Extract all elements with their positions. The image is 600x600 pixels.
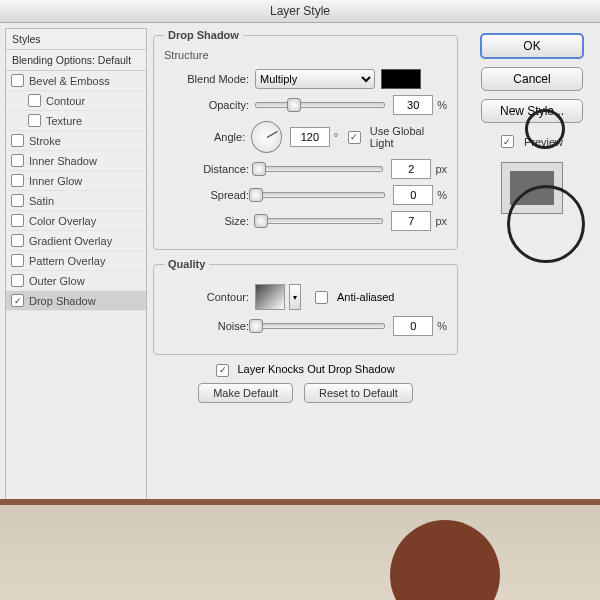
spread-input[interactable] <box>393 185 433 205</box>
opacity-unit: % <box>437 99 447 111</box>
sidebar-item-color-overlay[interactable]: Color Overlay <box>6 211 146 231</box>
sidebar-item-stroke[interactable]: Stroke <box>6 131 146 151</box>
angle-dial[interactable] <box>251 121 282 153</box>
structure-label: Structure <box>164 49 447 61</box>
sidebar-checkbox[interactable] <box>11 174 24 187</box>
spread-label: Spread: <box>164 189 255 201</box>
distance-slider[interactable] <box>255 166 383 172</box>
sidebar-item-label: Color Overlay <box>29 215 96 227</box>
angle-input[interactable] <box>290 127 330 147</box>
canvas-background <box>0 499 600 600</box>
sidebar-checkbox[interactable] <box>11 154 24 167</box>
size-input[interactable] <box>391 211 431 231</box>
window-title: Layer Style <box>0 0 600 23</box>
sidebar-item-texture[interactable]: Texture <box>6 111 146 131</box>
sidebar-item-satin[interactable]: Satin <box>6 191 146 211</box>
size-unit: px <box>435 215 447 227</box>
sidebar-checkbox[interactable] <box>28 114 41 127</box>
distance-input[interactable] <box>391 159 431 179</box>
blend-mode-label: Blend Mode: <box>164 73 255 85</box>
global-light-checkbox[interactable] <box>348 131 360 144</box>
sidebar-item-outer-glow[interactable]: Outer Glow <box>6 271 146 291</box>
sidebar-item-pattern-overlay[interactable]: Pattern Overlay <box>6 251 146 271</box>
new-style-button[interactable]: New Style... <box>481 99 583 123</box>
sidebar-checkbox[interactable] <box>28 94 41 107</box>
sidebar-header[interactable]: Styles <box>6 29 146 50</box>
sidebar-checkbox[interactable] <box>11 74 24 87</box>
knock-out-label: Layer Knocks Out Drop Shadow <box>237 363 394 375</box>
noise-unit: % <box>437 320 447 332</box>
sidebar-item-label: Gradient Overlay <box>29 235 112 247</box>
sidebar-item-label: Bevel & Emboss <box>29 75 110 87</box>
quality-label: Quality <box>164 258 209 270</box>
sidebar-item-label: Pattern Overlay <box>29 255 105 267</box>
ok-button[interactable]: OK <box>480 33 584 59</box>
knock-out-checkbox[interactable] <box>216 364 229 377</box>
noise-slider[interactable] <box>255 323 385 329</box>
sidebar-item-gradient-overlay[interactable]: Gradient Overlay <box>6 231 146 251</box>
distance-unit: px <box>435 163 447 175</box>
distance-label: Distance: <box>164 163 255 175</box>
sidebar-item-drop-shadow[interactable]: Drop Shadow <box>6 291 146 311</box>
sidebar-checkbox[interactable] <box>11 234 24 247</box>
global-light-label: Use Global Light <box>370 125 447 149</box>
noise-label: Noise: <box>164 320 255 332</box>
sidebar-checkbox[interactable] <box>11 294 24 307</box>
sidebar-item-inner-glow[interactable]: Inner Glow <box>6 171 146 191</box>
size-label: Size: <box>164 215 255 227</box>
contour-preview[interactable] <box>255 284 285 310</box>
sidebar-item-label: Stroke <box>29 135 61 147</box>
contour-label: Contour: <box>164 291 255 303</box>
anti-aliased-label: Anti-aliased <box>337 291 394 303</box>
sidebar-item-label: Inner Shadow <box>29 155 97 167</box>
opacity-slider[interactable] <box>255 102 385 108</box>
sidebar-checkbox[interactable] <box>11 194 24 207</box>
sidebar-checkbox[interactable] <box>11 254 24 267</box>
sidebar-item-inner-shadow[interactable]: Inner Shadow <box>6 151 146 171</box>
anti-aliased-checkbox[interactable] <box>315 291 328 304</box>
sidebar-item-label: Inner Glow <box>29 175 82 187</box>
opacity-label: Opacity: <box>164 99 255 111</box>
angle-label: Angle: <box>164 131 251 143</box>
blend-mode-select[interactable]: Multiply <box>255 69 375 89</box>
sidebar-item-bevel-emboss[interactable]: Bevel & Emboss <box>6 71 146 91</box>
sidebar-item-label: Texture <box>46 115 82 127</box>
panel-title: Drop Shadow <box>164 29 243 41</box>
size-slider[interactable] <box>255 218 383 224</box>
noise-input[interactable] <box>393 316 433 336</box>
sidebar-item-contour[interactable]: Contour <box>6 91 146 111</box>
sidebar-item-label: Drop Shadow <box>29 295 96 307</box>
sidebar-checkbox[interactable] <box>11 134 24 147</box>
sidebar-item-label: Outer Glow <box>29 275 85 287</box>
drop-shadow-fieldset: Drop Shadow Structure Blend Mode: Multip… <box>153 29 458 250</box>
contour-dropdown-icon[interactable]: ▾ <box>289 284 301 310</box>
opacity-input[interactable] <box>393 95 433 115</box>
cancel-button[interactable]: Cancel <box>481 67 583 91</box>
sidebar-item-label: Satin <box>29 195 54 207</box>
spread-slider[interactable] <box>255 192 385 198</box>
sidebar-checkbox[interactable] <box>11 274 24 287</box>
quality-fieldset: Quality Contour: ▾ Anti-aliased Noise: % <box>153 258 458 355</box>
preview-label: Preview <box>524 136 563 148</box>
preview-swatch <box>501 162 563 214</box>
preview-checkbox[interactable] <box>501 135 514 148</box>
sidebar-item-label: Contour <box>46 95 85 107</box>
sidebar-checkbox[interactable] <box>11 214 24 227</box>
reset-default-button[interactable]: Reset to Default <box>304 383 413 403</box>
angle-unit: ° <box>334 131 338 143</box>
sidebar-blending-options[interactable]: Blending Options: Default <box>6 50 146 71</box>
make-default-button[interactable]: Make Default <box>198 383 293 403</box>
shadow-color-swatch[interactable] <box>381 69 421 89</box>
spread-unit: % <box>437 189 447 201</box>
